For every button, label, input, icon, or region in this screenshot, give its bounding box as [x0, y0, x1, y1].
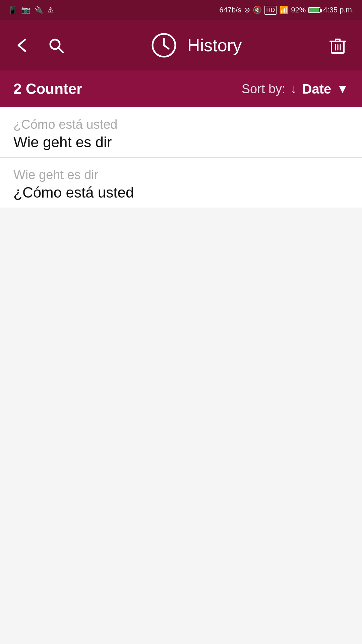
wifi-icon: ⊛	[244, 6, 250, 14]
battery-icon	[308, 7, 320, 13]
history-source-2: Wie geht es dir	[13, 168, 349, 182]
usb-icon: 🔌	[34, 6, 43, 14]
status-bar: 📱 📷 🔌 ⚠ 647b/s ⊛ 🔇 HD 📶 92% 4:35 p.m.	[0, 0, 362, 20]
time-display: 4:35 p.m.	[323, 6, 354, 14]
warning-icon: ⚠	[47, 6, 54, 14]
trash-button[interactable]	[327, 35, 349, 56]
whatsapp-icon: 📱	[8, 6, 17, 14]
clock-icon	[150, 32, 177, 59]
sort-date-label: Date	[302, 82, 331, 97]
history-item-1[interactable]: ¿Cómo está usted Wie geht es dir	[0, 107, 362, 158]
svg-line-1	[58, 48, 63, 52]
history-target-2: ¿Cómo está usted	[13, 184, 349, 201]
history-target-1: Wie geht es dir	[13, 134, 349, 151]
page-title: History	[187, 35, 242, 55]
battery-percent: 92%	[291, 6, 306, 14]
counter-label: 2 Counter	[13, 80, 82, 97]
app-bar-left	[13, 36, 65, 55]
signal-icon: 📶	[279, 6, 288, 14]
status-left: 📱 📷 🔌 ⚠	[8, 6, 54, 14]
sort-by-label: Sort by:	[242, 82, 286, 96]
hd-icon: HD	[264, 6, 277, 15]
sort-dropdown-icon[interactable]: ▼	[337, 82, 349, 96]
sub-bar: 2 Counter Sort by: ↓ Date ▼	[0, 70, 362, 107]
history-item-2[interactable]: Wie geht es dir ¿Cómo está usted	[0, 158, 362, 208]
svg-line-4	[164, 45, 169, 49]
back-button[interactable]	[13, 37, 30, 54]
history-list: ¿Cómo está usted Wie geht es dir Wie geh…	[0, 107, 362, 208]
search-button[interactable]	[47, 36, 65, 55]
history-source-1: ¿Cómo está usted	[13, 117, 349, 132]
image-icon: 📷	[21, 6, 30, 14]
app-bar: History	[0, 20, 362, 70]
network-speed: 647b/s	[219, 6, 241, 14]
mute-icon: 🔇	[253, 6, 262, 14]
status-right: 647b/s ⊛ 🔇 HD 📶 92% 4:35 p.m.	[219, 6, 354, 15]
empty-area	[0, 208, 362, 610]
sort-group[interactable]: Sort by: ↓ Date ▼	[242, 82, 349, 97]
sort-down-icon: ↓	[291, 82, 297, 96]
app-bar-title-group: History	[150, 32, 242, 59]
